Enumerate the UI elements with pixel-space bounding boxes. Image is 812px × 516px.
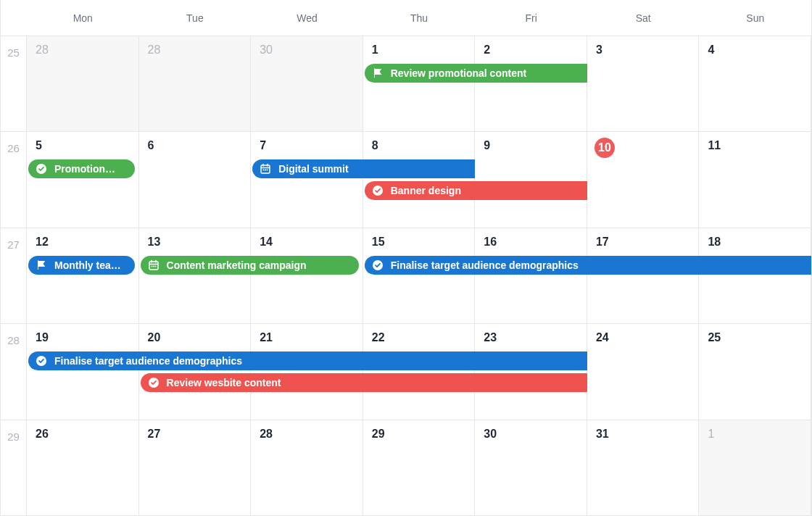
check-icon	[372, 185, 384, 196]
day-cell[interactable]: 5	[27, 132, 139, 227]
day-cell[interactable]: 9	[475, 132, 587, 227]
day-number: 14	[260, 236, 273, 249]
calendar-icon	[260, 163, 271, 175]
day-cell[interactable]: 8	[363, 132, 476, 227]
svg-point-14	[153, 265, 154, 267]
day-cell[interactable]: 27	[139, 420, 252, 515]
day-number-today: 10	[594, 138, 615, 158]
week-number: 27	[1, 228, 27, 323]
calendar-event[interactable]: Promotion…	[28, 159, 135, 178]
day-cell[interactable]: 2	[475, 36, 587, 131]
day-cell[interactable]: 6	[139, 132, 252, 227]
day-number: 9	[484, 139, 490, 152]
event-label: Finalise target audience demographics	[54, 355, 242, 367]
day-cell[interactable]: 19	[27, 324, 139, 419]
day-number: 7	[260, 139, 266, 152]
day-number: 4	[708, 43, 714, 57]
days-grid: 12131415161718Monthly team…Content marke…	[27, 228, 811, 323]
event-label: Promotion…	[54, 163, 115, 175]
calendar-body: 252828301234Review promotional content26…	[1, 36, 811, 515]
calendar-event[interactable]: Finalise target audience demographics	[28, 351, 587, 370]
day-number: 2	[484, 43, 490, 57]
week-number: 29	[1, 420, 27, 515]
day-number: 22	[372, 331, 385, 344]
day-cell[interactable]: 16	[475, 228, 587, 323]
calendar-event[interactable]: Review wesbite content	[141, 373, 587, 392]
day-number: 6	[148, 139, 154, 152]
day-number: 12	[36, 236, 49, 249]
day-cell[interactable]: 4	[699, 36, 811, 131]
day-cell[interactable]: 13	[139, 228, 252, 323]
day-number: 20	[148, 331, 161, 344]
day-cell[interactable]: 28	[139, 36, 252, 131]
day-cell[interactable]: 20	[139, 324, 252, 419]
day-number: 26	[36, 428, 49, 441]
day-cell[interactable]: 30	[251, 36, 363, 131]
day-header-tue: Tue	[139, 0, 252, 36]
day-header-row: Mon Tue Wed Thu Fri Sat Sun	[1, 0, 811, 36]
day-cell[interactable]: 22	[363, 324, 476, 419]
day-header-fri: Fri	[475, 0, 587, 36]
day-number: 27	[148, 428, 161, 441]
day-cell[interactable]: 10	[587, 132, 700, 227]
week-col-header	[1, 0, 27, 36]
day-cell[interactable]: 15	[363, 228, 476, 323]
day-cell[interactable]: 28	[27, 36, 139, 131]
day-number: 16	[484, 236, 497, 249]
day-number: 17	[596, 236, 609, 249]
day-cell[interactable]: 21	[251, 324, 363, 419]
day-cell[interactable]: 18	[699, 228, 811, 323]
calendar-event[interactable]: Monthly team…	[28, 256, 135, 275]
day-cell[interactable]: 23	[475, 324, 587, 419]
day-number: 28	[260, 428, 273, 441]
day-number: 30	[260, 43, 273, 57]
day-cell[interactable]: 3	[587, 36, 700, 131]
day-cell[interactable]: 25	[699, 324, 811, 419]
day-cell[interactable]: 1	[363, 36, 476, 131]
day-number: 8	[372, 139, 378, 152]
flag-icon	[36, 259, 47, 271]
event-label: Digital summit	[278, 163, 348, 175]
day-cell[interactable]: 26	[27, 420, 139, 515]
day-cell[interactable]: 12	[27, 228, 139, 323]
event-label: Content marketing campaign	[167, 259, 307, 271]
week-number: 28	[1, 324, 27, 419]
svg-point-7	[267, 170, 268, 171]
day-cell[interactable]: 29	[363, 420, 476, 515]
week-row: 292627282930311	[1, 420, 811, 515]
flag-icon	[372, 67, 384, 79]
check-icon	[372, 259, 384, 271]
svg-point-6	[265, 170, 266, 171]
svg-point-15	[154, 265, 156, 267]
day-header-thu: Thu	[363, 0, 476, 36]
svg-point-5	[263, 170, 265, 171]
day-number: 29	[372, 428, 385, 441]
day-cell[interactable]: 28	[251, 420, 363, 515]
calendar-event[interactable]: Banner design	[365, 181, 587, 200]
calendar-event[interactable]: Finalise target audience demographics	[365, 256, 811, 275]
day-cell[interactable]: 17	[587, 228, 700, 323]
day-cell[interactable]: 31	[587, 420, 700, 515]
day-cell[interactable]: 30	[475, 420, 587, 515]
day-header-wed: Wed	[251, 0, 363, 36]
event-label: Review promotional content	[391, 67, 526, 79]
day-number: 31	[596, 428, 609, 441]
day-cell[interactable]: 1	[699, 420, 811, 515]
day-number: 15	[372, 236, 385, 249]
calendar-event[interactable]: Review promotional content	[365, 64, 587, 83]
day-cell[interactable]: 11	[699, 132, 811, 227]
calendar-event[interactable]: Content marketing campaign	[141, 256, 359, 275]
day-number: 23	[484, 331, 497, 344]
calendar-event[interactable]: Digital summit	[252, 159, 475, 178]
svg-point-13	[151, 265, 152, 267]
week-number: 25	[1, 36, 27, 131]
day-cell[interactable]: 7	[251, 132, 363, 227]
day-number: 5	[36, 139, 42, 152]
days-grid: 567891011Promotion…Digital summitBanner …	[27, 132, 811, 227]
day-number: 25	[708, 331, 721, 344]
day-cell[interactable]: 14	[251, 228, 363, 323]
event-label: Banner design	[391, 185, 461, 196]
days-grid: 19202122232425Finalise target audience d…	[27, 324, 811, 419]
day-cell[interactable]: 24	[587, 324, 700, 419]
week-number: 26	[1, 132, 27, 227]
